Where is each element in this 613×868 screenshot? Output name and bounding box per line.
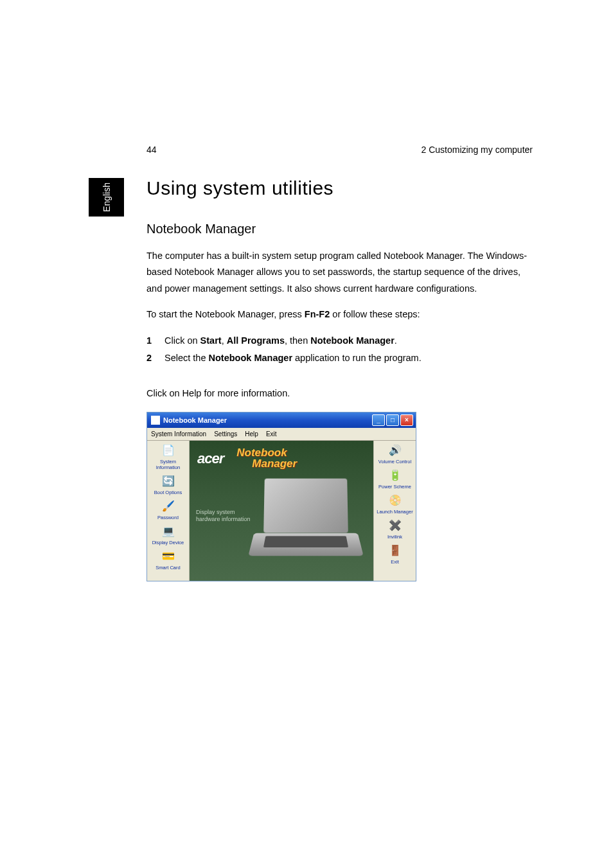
- paragraph-start-instruction: To start the Notebook Manager, press Fn-…: [147, 306, 533, 323]
- right-sidebar: 🔊 Volume Control 🔋 Power Scheme 📀 Launch…: [373, 441, 416, 581]
- paragraph-help: Click on Help for more information.: [147, 385, 533, 402]
- sidebar-item-label: Invilink: [387, 534, 402, 540]
- page-number: 44: [147, 145, 157, 155]
- heading-main: Using system utilities: [147, 177, 533, 199]
- sidebar-item-label: Exit: [391, 559, 399, 565]
- chapter-header: 2 Customizing my computer: [421, 145, 533, 155]
- sidebar-item-label: Display Device: [152, 540, 184, 545]
- menu-item[interactable]: System Information: [151, 430, 206, 438]
- menu-item[interactable]: Help: [245, 430, 258, 438]
- heading-sub: Notebook Manager: [147, 222, 533, 236]
- steps-list: 1 Click on Start, All Programs, then Not…: [147, 333, 533, 367]
- sidebar-item-launch-manager[interactable]: 📀 Launch Manager: [376, 493, 414, 515]
- acer-logo: acer: [197, 450, 224, 467]
- sidebar-item-label: System Information: [149, 459, 188, 470]
- sidebar-item-volume-control[interactable]: 🔊 Volume Control: [376, 443, 414, 465]
- list-item: 1 Click on Start, All Programs, then Not…: [147, 333, 533, 349]
- wireless-icon: ✖️: [387, 518, 404, 533]
- product-title: Notebook Manager: [236, 448, 297, 468]
- notebook-manager-window: Notebook Manager _ □ × System Informatio…: [147, 412, 416, 581]
- speaker-icon: 🔊: [387, 443, 404, 457]
- sidebar-item-label: Power Scheme: [378, 484, 411, 490]
- sidebar-item-system-information[interactable]: 📄 System Information: [149, 443, 188, 470]
- document-icon: 📄: [160, 443, 177, 457]
- menu-item[interactable]: Exit: [266, 430, 277, 438]
- center-panel: acer Notebook Manager Display system har…: [190, 441, 373, 581]
- sidebar-item-label: Boot Options: [154, 490, 182, 495]
- paragraph-intro: The computer has a built-in system setup…: [147, 248, 533, 297]
- refresh-icon: 🔄: [160, 474, 177, 488]
- language-label: English: [101, 182, 111, 212]
- sidebar-item-power-scheme[interactable]: 🔋 Power Scheme: [376, 468, 414, 490]
- sidebar-item-label: Password: [157, 515, 179, 520]
- sidebar-item-exit[interactable]: 🚪 Exit: [376, 544, 414, 565]
- menu-item[interactable]: Settings: [214, 430, 237, 438]
- sidebar-item-smart-card[interactable]: 💳 Smart Card: [149, 549, 188, 571]
- window-titlebar: Notebook Manager _ □ ×: [147, 412, 416, 428]
- battery-icon: 🔋: [387, 468, 404, 483]
- app-icon: [151, 416, 160, 425]
- sidebar-item-display-device[interactable]: 💻 Display Device: [149, 524, 188, 545]
- brush-icon: 🖌️: [160, 499, 177, 513]
- language-tab: English: [89, 178, 124, 217]
- sidebar-item-invilink[interactable]: ✖️ Invilink: [376, 518, 414, 540]
- menu-bar: System Information Settings Help Exit: [147, 428, 416, 441]
- sidebar-item-label: Volume Control: [378, 459, 411, 465]
- window-title: Notebook Manager: [163, 416, 372, 424]
- laptop-icon: 💻: [160, 524, 177, 538]
- disc-icon: 📀: [387, 493, 404, 508]
- list-item: 2 Select the Notebook Manager applicatio…: [147, 350, 533, 366]
- exit-icon: 🚪: [387, 544, 404, 558]
- maximize-button[interactable]: □: [386, 414, 399, 426]
- sidebar-item-label: Smart Card: [155, 565, 180, 571]
- close-button[interactable]: ×: [400, 414, 413, 426]
- left-sidebar: 📄 System Information 🔄 Boot Options 🖌️ P…: [147, 441, 190, 581]
- sidebar-item-label: Launch Manager: [377, 509, 413, 515]
- laptop-illustration: [245, 478, 367, 574]
- sidebar-item-password[interactable]: 🖌️ Password: [149, 499, 188, 520]
- card-icon: 💳: [160, 549, 177, 563]
- center-caption: Display system hardware information: [196, 509, 251, 524]
- minimize-button[interactable]: _: [372, 414, 385, 426]
- sidebar-item-boot-options[interactable]: 🔄 Boot Options: [149, 474, 188, 495]
